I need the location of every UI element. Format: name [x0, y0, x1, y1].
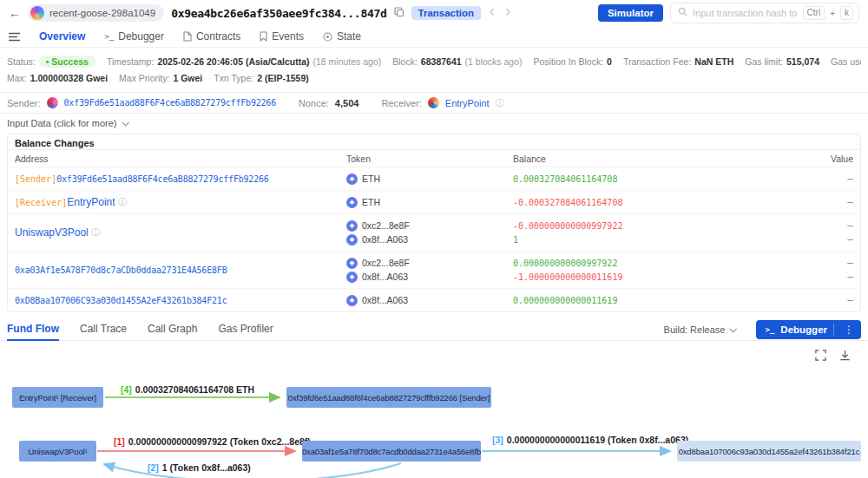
input-data-label: Input Data (click for more)	[7, 118, 117, 128]
next-tx-icon[interactable]	[503, 7, 512, 19]
status-label: Status:	[7, 56, 36, 67]
nav-tab-bar: Overview >_ Debugger Contracts Events St…	[0, 26, 868, 47]
balance-changes-title: Balance Changes	[8, 134, 860, 150]
search-input[interactable]	[693, 8, 798, 18]
flow-edge-label: [3]0.000000000000011619 (Token 0x8f...a0…	[492, 435, 688, 445]
col-address: Address	[15, 154, 346, 164]
col-token: Token	[346, 154, 513, 164]
k-keycap: k	[840, 6, 853, 20]
eth-token-icon: ◆	[346, 197, 358, 208]
address-link[interactable]: 0xa03Af1e5A78F70d8c7aCDb0ddaa2731E4A56E8…	[15, 265, 227, 275]
build-selector[interactable]: Build: Release	[664, 324, 736, 335]
tab-gas-profiler[interactable]: Gas Profiler	[218, 318, 273, 341]
balance-table-header: Address Token Balance Value	[8, 150, 860, 167]
target-icon	[323, 32, 332, 42]
transaction-summary: Status: Success Timestamp:2025-02-26 20:…	[0, 48, 868, 92]
debugger-button[interactable]: >_ Debugger ⋮	[756, 320, 861, 339]
address-link[interactable]: 0xf39Fd6e51aad88F6F4ce6aB8827279cffFb922…	[56, 174, 268, 184]
plus-sign: +	[830, 9, 835, 18]
balance-value: 0.000000000000997922	[513, 256, 756, 270]
flow-node-entrypoint[interactable]: EntryPoint¹ [Receiver]	[12, 387, 103, 408]
summary-line-1: Status: Success Timestamp:2025-02-26 20:…	[7, 53, 861, 69]
flow-node-dest-address[interactable]: 0xd8baa107006c93a030d1455a2ef43261b384f2…	[677, 441, 861, 462]
flow-node-mid-address[interactable]: 0xa03af1e5a78f70d8c7acdb0ddaa2731e4a56e8…	[302, 441, 481, 462]
document-icon	[183, 31, 192, 42]
token-icon: ◆	[346, 234, 358, 246]
back-arrow-icon[interactable]: ←	[9, 6, 21, 20]
fullscreen-icon[interactable]	[815, 350, 826, 363]
terminal-icon: >_	[104, 32, 114, 41]
flow-node-uniswapv3pool[interactable]: UniswapV3Pool¹	[19, 441, 96, 462]
status-badge: Success	[39, 56, 95, 68]
search-icon	[678, 7, 687, 19]
receiver-label: Receiver:	[381, 98, 421, 108]
receiver-name-link[interactable]: EntryPoint	[445, 98, 490, 108]
copy-icon[interactable]	[394, 7, 404, 20]
balance-value: -1.000000000000011619	[513, 270, 756, 284]
tab-debugger[interactable]: >_ Debugger	[104, 30, 164, 43]
sender-label: Sender:	[7, 98, 41, 108]
gas-limit-value: 515,074	[786, 56, 819, 67]
address-link[interactable]: 0xD8Baa107006C93a030d1455A2eF43261b384F2…	[15, 296, 227, 305]
table-row: [Sender]0xf39Fd6e51aad88F6F4ce6aB8827279…	[8, 167, 860, 190]
tab-call-graph[interactable]: Call Graph	[148, 318, 197, 341]
sender-address-link[interactable]: 0xf39Fd6e51aad88F6F4ce6aB8827279cffFb922…	[64, 98, 276, 108]
nonce-label: Nonce:	[299, 98, 329, 108]
ctrl-keycap: Ctrl	[803, 6, 825, 20]
table-row: [Receiver]EntryPoint ⓘ ◆ETH -0.000327084…	[8, 190, 860, 213]
transaction-page: ← recent-goose-298a1049 0x9ea4bc26e6af35…	[0, 0, 868, 478]
token-icon: ◆	[346, 220, 358, 232]
flow-edge-label: [1]0.000000000000997922 (Token 0xc2...8e…	[114, 436, 311, 447]
flow-node-sender[interactable]: 0xf39fd6e51aad88f6f4ce6ab8827279cfffb922…	[286, 387, 491, 408]
nonce-value: 4,504	[335, 98, 359, 108]
address-link[interactable]: UniswapV3Pool	[15, 226, 89, 239]
info-icon[interactable]: ⓘ	[91, 226, 100, 239]
tab-call-trace[interactable]: Call Trace	[80, 318, 127, 341]
participants-row: Sender: 0xf39Fd6e51aad88F6F4ce6aB8827279…	[0, 93, 868, 113]
transaction-hash: 0x9ea4bc26e6af350aee9fc384...847d	[171, 7, 386, 20]
flow-edge-label: [4]0.000327084061164708 ETH	[121, 384, 254, 395]
tab-contracts[interactable]: Contracts	[183, 30, 240, 43]
txn-type-value: 2 (EIP-1559)	[257, 73, 309, 83]
flow-edge-label: [2]1 (Token 0x8f...a063)	[148, 462, 251, 473]
eth-token-icon: ◆	[346, 174, 358, 185]
table-row: 0xD8Baa107006C93a030d1455A2eF43261b384F2…	[8, 288, 860, 311]
col-balance: Balance	[513, 154, 756, 164]
input-data-row[interactable]: Input Data (click for more)	[0, 114, 868, 132]
tab-fund-flow[interactable]: Fund Flow	[7, 318, 59, 341]
info-icon[interactable]: ⓘ	[496, 97, 504, 109]
more-options-icon[interactable]: ⋮	[840, 324, 858, 336]
balance-value: 0.000327084061164708	[513, 172, 756, 186]
balance-value: 1	[513, 232, 756, 246]
session-badge[interactable]: recent-goose-298a1049	[28, 4, 164, 22]
position-value: 0	[607, 56, 612, 67]
receiver-avatar	[428, 97, 439, 108]
tab-state[interactable]: State	[323, 30, 361, 43]
analysis-tab-bar: Fund Flow Call Trace Call Graph Gas Prof…	[0, 318, 868, 341]
token-icon: ◆	[346, 295, 358, 306]
search-box[interactable]: Ctrl + k	[670, 3, 859, 23]
summary-line-2: Max:1.000000328 Gwei Max Priority:1 Gwei…	[7, 69, 861, 86]
balance-changes-panel: Balance Changes Address Token Balance Va…	[7, 134, 861, 312]
balance-value: 0.000000000000011619	[513, 293, 756, 307]
max-priority-value: 1 Gwei	[173, 73, 202, 83]
info-icon[interactable]: ⓘ	[118, 196, 127, 208]
bookmark-icon	[260, 31, 267, 42]
token-icon: ◆	[346, 258, 358, 269]
tab-overview[interactable]: Overview	[39, 30, 85, 43]
header-bar: ← recent-goose-298a1049 0x9ea4bc26e6af35…	[0, 0, 868, 26]
menu-icon[interactable]	[9, 32, 20, 42]
block-value: 68387641	[421, 56, 462, 67]
balance-value: -0.000327084061164708	[513, 195, 756, 209]
transaction-type-badge: Transaction	[411, 6, 482, 20]
address-link[interactable]: EntryPoint	[67, 196, 115, 208]
download-icon[interactable]	[839, 350, 851, 363]
chevron-down-icon	[730, 325, 737, 332]
simulator-button[interactable]: Simulator	[598, 4, 663, 22]
tab-events[interactable]: Events	[260, 30, 304, 43]
terminal-icon: >_	[765, 325, 774, 334]
session-avatar	[30, 6, 44, 20]
balance-value: -0.000000000000997922	[513, 219, 756, 232]
receiver-tag: [Receiver]	[15, 198, 67, 207]
prev-tx-icon[interactable]	[488, 7, 496, 19]
